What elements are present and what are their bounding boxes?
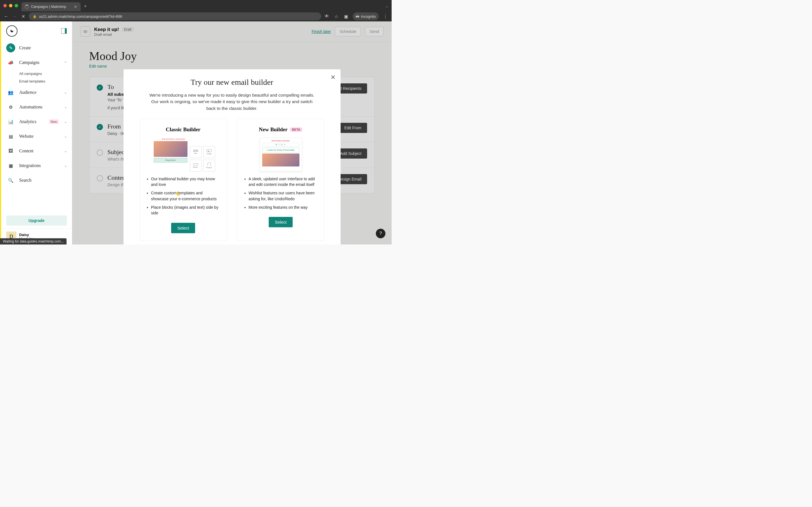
browser-tab[interactable]: Campaigns | Mailchimp ✕ [21,2,81,11]
sidebar-item-create[interactable]: ✎ Create [1,41,72,55]
lock-icon: 🔒 [33,15,37,18]
preview-label: Elementary Eyewear [262,140,300,142]
chevron-down-icon: ⌄ [64,135,67,138]
user-name: Daisy [19,233,34,237]
people-icon: 👥 [6,88,15,97]
incognito-icon: 🕶 [356,14,359,18]
nav-label: Analytics [19,119,36,124]
classic-builder-title: Classic Builder [146,126,220,133]
select-new-button[interactable]: Select [269,217,293,227]
sidebar-item-audience[interactable]: 👥 Audience ⌄ [1,85,72,100]
image-icon: 🖼 [6,147,15,156]
feature-item: Wishlist features our users have been as… [249,190,318,202]
nav-label: Audience [19,90,36,95]
kebab-menu-icon[interactable]: ⋮ [383,13,388,19]
bar-chart-icon: 📊 [6,117,15,126]
classic-builder-preview: Elementary Eyewear Drag blocks Text Imag… [146,136,220,173]
nav-label: Website [19,134,34,139]
nav-label: Automations [19,105,43,110]
sidebar-item-content[interactable]: 🖼 Content ⌄ [1,144,72,158]
new-badge: New [49,119,59,124]
nav-label: Integrations [19,163,41,168]
pencil-icon: ✎ [6,43,15,52]
bookmark-star-icon[interactable]: ☆ [334,13,339,19]
nav-label: Content [19,149,34,154]
browser-tab-strip: Campaigns | Mailchimp ✕ + ⌄ [0,0,392,11]
feature-item: More exciting features on the way [249,205,318,210]
feature-item: Our traditional builder you may know and… [151,176,220,187]
chevron-down-icon: ⌄ [64,105,67,109]
sidebar-item-campaigns[interactable]: 📣 Campaigns ⌄ [1,55,72,70]
flow-icon: ⚙ [6,103,15,112]
sidebar-sub-email-templates[interactable]: Email templates [1,77,72,85]
new-feature-list: A sleek, updated user interface to add a… [244,176,318,213]
select-classic-button[interactable]: Select [171,223,195,233]
browser-toolbar: ← → ✕ 🔒 us21.admin.mailchimp.com/campaig… [0,11,392,21]
new-tab-button[interactable]: + [84,4,87,9]
search-icon: 🔍 [6,176,15,185]
sidebar-item-website[interactable]: ▤ Website ⌄ [1,129,72,144]
new-builder-title: New Builder [259,126,288,133]
layout-icon: ▤ [6,132,15,141]
preview-photo [154,141,188,157]
nav-stop-icon[interactable]: ✕ [20,13,26,19]
nav-label: Campaigns [19,60,40,65]
feature-item: Create custom templates and showcase you… [151,190,220,202]
extensions-icon[interactable]: ▣ [343,13,349,19]
eye-off-icon[interactable]: 👁 [324,13,329,19]
feature-item: Place blocks (images and text) side by s… [151,205,220,216]
preview-photo [262,154,299,166]
sidebar: ✎ Create 📣 Campaigns ⌄ All campaigns Ema… [0,21,72,244]
help-fab[interactable]: ? [376,229,386,238]
chevron-down-icon: ⌄ [64,91,67,94]
sidebar-item-analytics[interactable]: 📊 Analytics New ⌄ [1,114,72,129]
sidebar-collapse-icon[interactable] [61,28,67,34]
browser-status-text: Waiting for data.guides.mailchimp.com... [0,238,66,244]
chevron-down-icon: ⌄ [64,149,67,153]
block-product: Product [203,160,215,172]
window-close[interactable] [3,4,7,7]
preview-label: Elementary Eyewear [162,138,186,140]
tab-close-icon[interactable]: ✕ [74,4,77,9]
preview-headline: Looks for Every Personality [262,148,299,152]
incognito-label: Incognito [361,14,376,18]
block-text: Text [190,146,202,158]
main-area: ✉ Keep it up! Draft Draft email Finish l… [72,21,392,244]
preview-toolbar: B I U ≡ [262,143,299,147]
tab-loading-spinner [25,5,29,9]
window-minimize[interactable] [9,4,12,7]
email-builder-modal: ✕ Try our new email builder We're introd… [123,69,341,244]
beta-badge: BETA [290,127,303,132]
upgrade-button[interactable]: Upgrade [6,216,67,226]
address-bar[interactable]: 🔒 us21.admin.mailchimp.com/campaigns/edi… [29,12,321,20]
tabs-dropdown-icon[interactable]: ⌄ [386,4,388,8]
url-text: us21.admin.mailchimp.com/campaigns/edit?… [39,14,122,18]
mailchimp-logo[interactable] [6,25,17,37]
chevron-down-icon: ⌄ [64,120,67,124]
new-builder-preview: Elementary Eyewear B I U ≡ Looks for Eve… [244,136,318,173]
sidebar-item-integrations[interactable]: ▦ Integrations ⌄ [1,158,72,173]
chevron-up-icon: ⌄ [64,61,67,64]
nav-label: Create [19,45,31,50]
sidebar-sub-all-campaigns[interactable]: All campaigns [1,70,72,77]
classic-feature-list: Our traditional builder you may know and… [146,176,220,219]
modal-title: Try our new email builder [135,78,329,87]
mouse-cursor: 👆 [175,191,180,196]
block-image: Image [203,146,215,158]
window-controls [3,4,18,7]
modal-description: We're introducing a new way for you to e… [149,92,315,112]
window-maximize[interactable] [15,4,18,7]
nav-back-icon[interactable]: ← [3,13,9,19]
incognito-indicator: 🕶 Incognito [353,12,378,20]
tab-title: Campaigns | Mailchimp [31,5,66,9]
nav-label: Search [19,178,32,183]
preview-drag-area: Drag blocks [154,158,188,163]
sidebar-item-search[interactable]: 🔍 Search [1,173,72,187]
chevron-down-icon: ⌄ [64,164,67,168]
megaphone-icon: 📣 [6,58,15,67]
classic-builder-card: Classic Builder Elementary Eyewear Drag … [140,119,227,241]
feature-item: A sleek, updated user interface to add a… [249,176,318,187]
modal-close-icon[interactable]: ✕ [331,74,336,81]
sidebar-item-automations[interactable]: ⚙ Automations ⌄ [1,100,72,114]
grid-icon: ▦ [6,161,15,170]
